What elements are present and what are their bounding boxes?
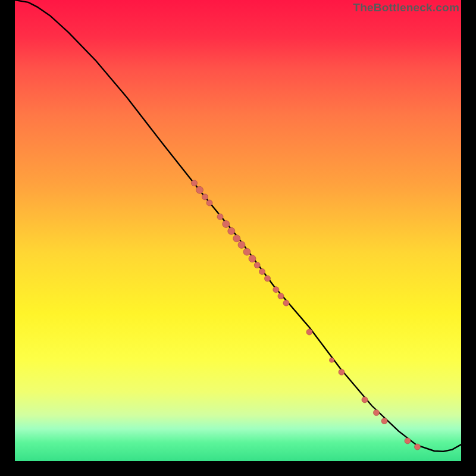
data-point <box>223 221 230 228</box>
data-point <box>273 287 279 293</box>
data-point <box>415 444 421 450</box>
data-point <box>192 180 198 186</box>
data-point <box>228 227 235 234</box>
curve-layer <box>15 0 461 452</box>
data-point <box>278 293 284 299</box>
data-point <box>233 235 240 242</box>
data-point <box>362 397 368 403</box>
data-point <box>206 200 212 206</box>
watermark-text: TheBottleneck.com <box>353 1 459 14</box>
data-point <box>254 262 260 268</box>
data-point <box>265 275 271 281</box>
data-point <box>283 300 289 306</box>
data-point <box>249 255 256 262</box>
data-point <box>374 410 380 416</box>
data-point <box>405 438 411 444</box>
chart-svg <box>0 0 476 476</box>
data-point <box>202 194 208 200</box>
data-point <box>238 242 245 249</box>
data-point <box>259 269 265 275</box>
data-point <box>306 329 312 335</box>
data-point <box>330 358 334 362</box>
data-point <box>381 418 387 424</box>
data-point <box>196 186 203 193</box>
data-point <box>217 214 223 220</box>
data-point <box>243 248 250 255</box>
bottleneck-curve <box>15 0 461 452</box>
data-point <box>339 369 345 375</box>
dots-layer <box>192 180 421 450</box>
